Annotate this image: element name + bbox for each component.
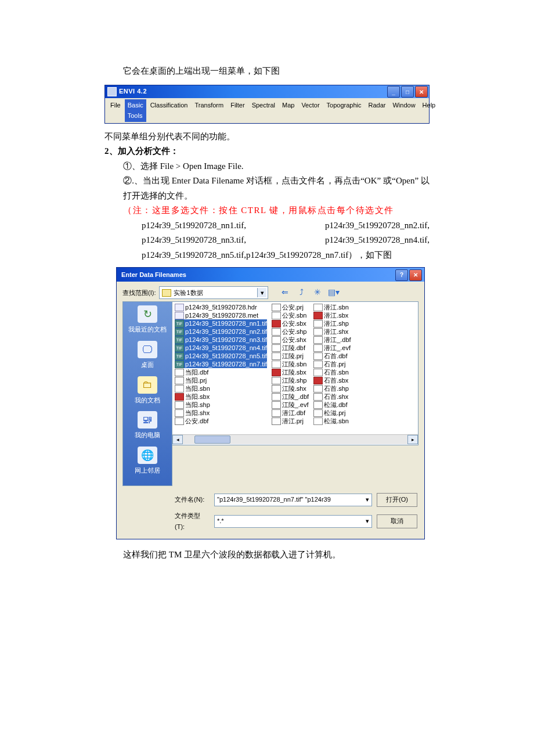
note-file-5: p124r39_5t19920728_nn5.tif,p124r39_5t199… (123, 248, 430, 263)
menu-file[interactable]: File (107, 99, 124, 122)
file-icon (272, 417, 281, 425)
step-1: ①、选择 File > Open Image File. (123, 159, 430, 174)
menu-radar[interactable]: Radar (366, 99, 389, 122)
closing-text: 这样我们把 TM 卫星六个波段的数据都载入进了计算机。 (123, 548, 430, 563)
file-icon (272, 385, 281, 393)
places-bar: ↻我最近的文档 🖵桌面 🗀我的文档 🖳我的电脑 🌐网上邻居 (122, 301, 172, 485)
file-item[interactable]: 潜江.prj (272, 417, 309, 425)
file-icon (272, 377, 281, 384)
file-icon (272, 320, 281, 327)
step-2: ②.、当出现 Enter Data Filename 对话框，点击文件名，再点击… (123, 174, 430, 203)
dialog-titlebar: Enter Data Filenames ? ✕ (117, 268, 424, 282)
filename-input[interactable]: "p124r39_5t19920728_nn7.tif" "p124r39 ▾ (214, 494, 372, 506)
intro-text: 它会在桌面的上端出现一组菜单，如下图 (123, 64, 430, 79)
file-icon (313, 401, 323, 409)
menu-window[interactable]: Window (389, 99, 418, 122)
menu-spectral[interactable]: Spectral (249, 99, 278, 122)
menu-basic-tools[interactable]: Basic Tools (125, 99, 146, 122)
lookin-label: 查找范围(I): (122, 287, 156, 298)
place-computer[interactable]: 🖳我的电脑 (135, 411, 160, 441)
menu-classification[interactable]: Classification (147, 99, 191, 122)
filetype-combo[interactable]: *.* ▾ (214, 515, 372, 528)
file-item[interactable]: 松滋.sbn (313, 417, 351, 425)
file-icon (272, 393, 281, 401)
file-icon (272, 328, 281, 336)
dialog-close-button[interactable]: ✕ (409, 269, 422, 281)
menu-transform[interactable]: Transform (192, 99, 226, 122)
back-icon[interactable]: ⇐ (280, 287, 290, 298)
horizontal-scrollbar[interactable]: ◂ ▸ (172, 434, 418, 444)
envi-title: ENVI 4.2 (119, 86, 147, 97)
scroll-right-icon[interactable]: ▸ (407, 435, 418, 444)
file-icon (272, 344, 281, 352)
section-2-heading: 2、加入分析文件： (104, 144, 430, 159)
chevron-down-icon[interactable]: ▾ (366, 494, 369, 505)
filename-label: 文件名(N): (175, 494, 210, 505)
file-icon: TIF (175, 336, 184, 344)
scroll-thumb[interactable] (194, 435, 230, 444)
envi-menubar: File Basic Tools Classification Transfor… (105, 98, 429, 123)
place-recent[interactable]: ↻我最近的文档 (128, 305, 167, 335)
note-ctrl: （注：这里多选文件：按住 CTRL 键，用鼠标点击每个待选文件 (123, 203, 430, 218)
menu-vector[interactable]: Vector (298, 99, 322, 122)
file-icon (175, 409, 184, 417)
file-icon (313, 344, 323, 352)
chevron-down-icon[interactable]: ▾ (366, 516, 369, 527)
minimize-button[interactable]: _ (387, 86, 400, 98)
file-icon (175, 377, 184, 384)
file-icon (313, 393, 323, 401)
file-icon (272, 401, 281, 409)
file-icon (313, 312, 323, 319)
lookin-folder: 实验1数据 (174, 287, 203, 298)
new-folder-icon[interactable]: ✳ (312, 287, 323, 298)
file-icon: TIF (175, 320, 184, 327)
file-icon: TIF (175, 352, 184, 360)
filetype-label: 文件类型(T): (175, 510, 210, 532)
scroll-left-icon[interactable]: ◂ (172, 435, 183, 444)
note-file-1: p124r39_5t19920728_nn1.tif, (142, 218, 246, 233)
cancel-button[interactable]: 取消 (377, 514, 417, 528)
menu-help[interactable]: Help (420, 99, 439, 122)
file-icon (175, 369, 184, 376)
file-icon (272, 352, 281, 360)
file-item[interactable]: 公安.dbf (175, 417, 267, 425)
place-network[interactable]: 🌐网上邻居 (135, 447, 160, 476)
menu-filter[interactable]: Filter (228, 99, 247, 122)
file-icon (272, 409, 281, 417)
file-icon (313, 369, 323, 376)
note-file-4: p124r39_5t19920728_nn4.tif, (325, 233, 430, 248)
view-menu-icon[interactable]: ▤▾ (329, 287, 339, 298)
chevron-down-icon[interactable]: ▾ (257, 288, 266, 297)
menu-map[interactable]: Map (279, 99, 297, 122)
lookin-combo[interactable]: 实验1数据 ▾ (159, 286, 268, 299)
maximize-button[interactable]: □ (401, 86, 414, 98)
file-icon (272, 304, 281, 311)
file-icon (313, 352, 323, 360)
file-icon (313, 304, 323, 311)
file-icon (313, 377, 323, 384)
file-icon (175, 312, 184, 319)
file-icon (175, 304, 184, 311)
file-icon (175, 385, 184, 393)
help-button[interactable]: ? (395, 269, 408, 281)
file-icon (272, 312, 281, 319)
up-icon[interactable]: ⤴ (296, 287, 306, 298)
file-icon (313, 417, 323, 425)
file-icon (313, 336, 323, 344)
app-icon (107, 87, 117, 96)
open-button[interactable]: 打开(O) (377, 493, 417, 507)
file-icon (313, 328, 323, 336)
place-documents[interactable]: 🗀我的文档 (135, 376, 160, 406)
file-listing: p124r39_5t19920728.hdrp124r39_5t19920728… (172, 301, 418, 445)
file-icon (272, 369, 281, 376)
file-open-dialog: Enter Data Filenames ? ✕ 查找范围(I): 实验1数据 … (116, 267, 425, 539)
place-desktop[interactable]: 🖵桌面 (138, 341, 157, 370)
close-button[interactable]: ✕ (415, 86, 428, 98)
menu-topographic[interactable]: Topographic (324, 99, 365, 122)
file-icon: TIF (175, 344, 184, 352)
envi-titlebar: ENVI 4.2 _ □ ✕ (105, 85, 429, 98)
file-icon (175, 401, 184, 409)
file-icon: TIF (175, 328, 184, 336)
file-icon (272, 336, 281, 344)
envi-window: ENVI 4.2 _ □ ✕ File Basic Tools Classifi… (104, 85, 430, 124)
